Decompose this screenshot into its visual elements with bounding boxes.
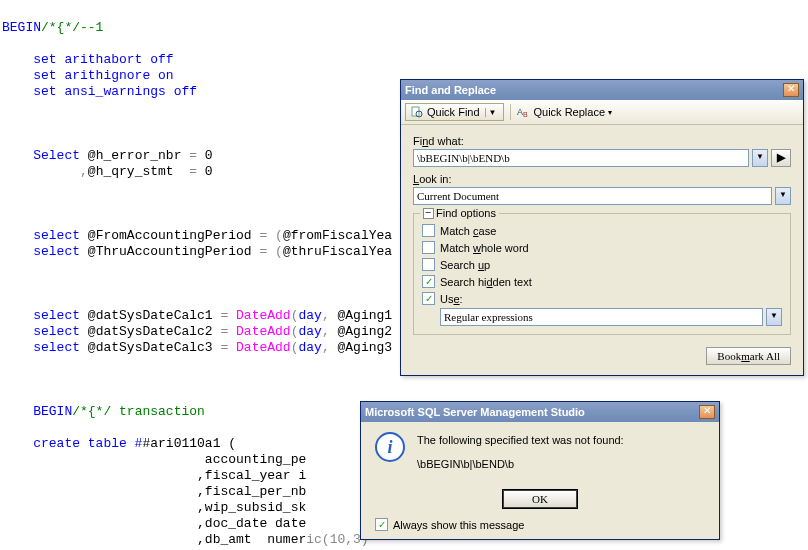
- match-case-label: Match case: [440, 225, 496, 237]
- svg-text:B: B: [523, 111, 528, 118]
- look-in-label: Look in:: [413, 173, 791, 185]
- code-line: set arithignore on: [2, 68, 174, 83]
- quick-find-button[interactable]: Quick Find ▼: [405, 103, 504, 121]
- match-case-checkbox[interactable]: [422, 224, 435, 237]
- use-label: Use:: [440, 293, 463, 305]
- code-line: ,fiscal_year i: [2, 468, 306, 483]
- dialog-body: Find what: ▼ ▶ Look in: ▼ − Find options…: [401, 125, 803, 375]
- find-replace-dialog: Find and Replace ✕ Quick Find ▼ AB Quick…: [400, 79, 804, 376]
- keyword: BEGIN: [2, 20, 41, 35]
- ok-button[interactable]: OK: [503, 490, 577, 508]
- code-line: ,fiscal_per_nb: [2, 484, 306, 499]
- kw: select: [2, 228, 88, 243]
- close-button[interactable]: ✕: [699, 405, 715, 419]
- search-up-checkbox[interactable]: [422, 258, 435, 271]
- comment: /*{*/--1: [41, 20, 103, 35]
- message-title: Microsoft SQL Server Management Studio: [365, 406, 585, 418]
- code-line: accounting_pe: [2, 452, 306, 467]
- kw: ,: [2, 164, 88, 179]
- replace-icon: AB: [517, 105, 531, 119]
- code-line: ,wip_subsid_sk: [2, 500, 306, 515]
- find-icon: [410, 105, 424, 119]
- search-up-label: Search up: [440, 259, 490, 271]
- bookmark-all-button[interactable]: Bookmark All: [706, 347, 791, 365]
- keyword: BEGIN: [2, 404, 72, 419]
- match-whole-word-label: Match whole word: [440, 242, 529, 254]
- search-hidden-label: Search hidden text: [440, 276, 532, 288]
- use-type-dropdown[interactable]: ▼: [766, 308, 782, 326]
- kw: select: [2, 340, 88, 355]
- message-text: The following specified text was not fou…: [417, 432, 624, 472]
- titlebar[interactable]: Microsoft SQL Server Management Studio ✕: [361, 402, 719, 422]
- match-whole-word-checkbox[interactable]: [422, 241, 435, 254]
- close-button[interactable]: ✕: [783, 83, 799, 97]
- find-options-toggle[interactable]: − Find options: [420, 207, 499, 219]
- kw: create table #: [2, 436, 142, 451]
- look-in-dropdown[interactable]: ▼: [775, 187, 791, 205]
- message-line1: The following specified text was not fou…: [417, 432, 624, 448]
- code-line: set arithabort off: [2, 52, 174, 67]
- look-in-input[interactable]: [413, 187, 772, 205]
- comment: /*{*/ transaction: [72, 404, 205, 419]
- find-what-input[interactable]: [413, 149, 749, 167]
- find-options-group: − Find options Match case Match whole wo…: [413, 213, 791, 335]
- search-hidden-checkbox[interactable]: [422, 275, 435, 288]
- dialog-title: Find and Replace: [405, 84, 496, 96]
- use-checkbox[interactable]: [422, 292, 435, 305]
- info-icon: i: [375, 432, 405, 462]
- toolbar: Quick Find ▼ AB Quick Replace ▾: [401, 100, 803, 125]
- always-show-checkbox[interactable]: [375, 518, 388, 531]
- message-line2: \bBEGIN\b|\bEND\b: [417, 456, 624, 472]
- quick-find-label: Quick Find: [427, 106, 480, 118]
- expression-builder-button[interactable]: ▶: [771, 149, 791, 167]
- use-type-select[interactable]: [440, 308, 763, 326]
- kw: select: [2, 308, 88, 323]
- find-what-label: Find what:: [413, 135, 791, 147]
- code-line: ,db_amt numer: [2, 532, 306, 547]
- collapse-icon: −: [423, 208, 434, 219]
- dropdown-arrow-icon[interactable]: ▾: [608, 108, 612, 117]
- quick-replace-button[interactable]: AB Quick Replace ▾: [517, 105, 613, 119]
- always-show-label: Always show this message: [393, 519, 524, 531]
- kw: select: [2, 324, 88, 339]
- message-dialog: Microsoft SQL Server Management Studio ✕…: [360, 401, 720, 540]
- find-history-dropdown[interactable]: ▼: [752, 149, 768, 167]
- quick-replace-label: Quick Replace: [534, 106, 606, 118]
- kw: Select: [2, 148, 88, 163]
- kw: select: [2, 244, 88, 259]
- code-line: set ansi_warnings off: [2, 84, 197, 99]
- code-line: ,doc_date date: [2, 516, 306, 531]
- titlebar[interactable]: Find and Replace ✕: [401, 80, 803, 100]
- dropdown-arrow-icon[interactable]: ▼: [485, 108, 497, 117]
- separator: [510, 104, 511, 120]
- find-options-label: Find options: [436, 207, 496, 219]
